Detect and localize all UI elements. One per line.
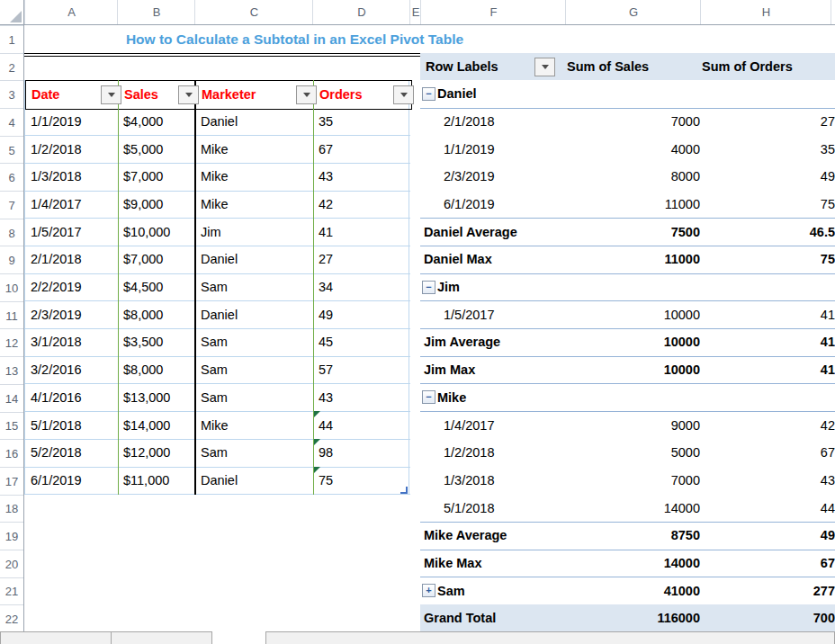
table-cell-sales[interactable]: $10,000 [118,218,201,246]
row-header-13[interactable]: 13 [0,356,23,385]
pivot-label-cell[interactable]: Daniel Max [420,246,569,273]
filter-dropdown-button[interactable] [101,85,121,104]
table-cell-orders[interactable]: 43 [313,163,416,191]
table-cell-orders[interactable]: 49 [313,300,416,328]
table-cell-marketer[interactable]: Daniel [195,300,319,328]
pivot-orders-cell[interactable]: 35 [700,135,835,163]
pivot-header-sum-of-sales[interactable]: Sum of Sales [567,53,649,80]
table-cell-sales[interactable]: $14,000 [118,411,201,439]
table-cell-marketer[interactable]: Sam [195,383,319,411]
pivot-orders-cell[interactable]: 75 [700,191,835,219]
pivot-label-cell[interactable]: Mike Max [420,550,569,577]
table-cell-sales[interactable]: $12,000 [118,439,201,467]
pivot-orders-cell[interactable] [700,383,835,411]
pivot-label-cell[interactable]: 1/3/2018 [420,467,588,495]
table-cell-marketer[interactable]: Sam [195,439,319,467]
table-cell-date[interactable]: 2/2/2019 [25,273,123,301]
row-header-12[interactable]: 12 [0,328,23,357]
table-cell-orders[interactable]: 41 [313,218,416,246]
row-header-18[interactable]: 18 [0,495,23,523]
pivot-label-cell[interactable]: Daniel Average [420,218,569,246]
table-cell-date[interactable]: 1/5/2017 [25,218,123,246]
column-header-C[interactable]: C [194,0,313,24]
row-header-2[interactable]: 2 [0,53,23,82]
table-cell-date[interactable]: 3/1/2018 [25,328,123,356]
page-title[interactable]: How to Calculate a Subtotal in an Excel … [24,25,565,57]
pivot-orders-cell[interactable]: 42 [700,411,835,439]
pivot-sales-cell[interactable]: 11000 [565,191,716,219]
table-cell-orders[interactable]: 98 [313,439,416,467]
pivot-sales-cell[interactable]: 9000 [565,411,716,439]
table-cell-orders[interactable]: 44 [313,411,416,439]
table-header-orders[interactable]: Orders [314,81,417,109]
row-header-15[interactable]: 15 [0,412,23,441]
table-cell-orders[interactable]: 27 [313,246,416,273]
pivot-filter-dropdown-button[interactable] [534,58,555,76]
table-cell-marketer[interactable]: Daniel [195,467,319,495]
pivot-sales-cell[interactable]: 10000 [565,300,716,328]
table-header-date[interactable]: Date [26,81,124,109]
table-cell-marketer[interactable]: Sam [195,356,319,384]
pivot-orders-cell[interactable]: 44 [700,494,835,522]
table-cell-date[interactable]: 5/1/2018 [25,411,123,439]
pivot-label-cell[interactable]: 1/4/2017 [420,411,588,439]
pivot-sales-cell[interactable]: 116000 [565,604,716,632]
table-cell-marketer[interactable]: Daniel [195,246,319,273]
pivot-sales-cell[interactable]: 5000 [565,439,716,467]
pivot-sales-cell[interactable]: 4000 [565,135,716,163]
pivot-orders-cell[interactable]: 49 [700,522,835,550]
table-cell-sales[interactable]: $4,000 [118,108,201,136]
table-cell-orders[interactable]: 67 [313,135,416,163]
table-cell-sales[interactable]: $8,000 [118,356,201,384]
pivot-header-sum-of-orders[interactable]: Sum of Orders [702,53,793,80]
row-header-8[interactable]: 8 [0,219,23,247]
row-header-19[interactable]: 19 [0,522,23,550]
pivot-label-cell[interactable]: Grand Total [420,604,569,632]
table-cell-marketer[interactable]: Daniel [195,108,319,136]
table-resize-handle[interactable] [400,487,408,494]
pivot-label-cell[interactable]: Jim Max [420,356,569,384]
table-cell-sales[interactable]: $7,000 [118,163,201,191]
table-cell-date[interactable]: 1/2/2018 [25,135,123,163]
table-cell-date[interactable]: 2/3/2019 [25,300,123,328]
table-cell-date[interactable]: 5/2/2018 [25,439,123,467]
pivot-label-cell[interactable]: 2/3/2019 [420,163,588,191]
column-header-B[interactable]: B [117,0,195,24]
pivot-orders-cell[interactable]: 43 [700,467,835,495]
filter-dropdown-button[interactable] [178,85,199,104]
pivot-label-cell[interactable]: Jim Average [420,328,569,356]
pivot-sales-cell[interactable] [565,80,716,108]
table-cell-date[interactable]: 4/1/2016 [25,383,123,411]
row-header-20[interactable]: 20 [0,550,23,578]
row-header-7[interactable]: 7 [0,191,23,219]
table-cell-orders[interactable]: 45 [313,328,416,356]
table-cell-sales[interactable]: $11,000 [118,467,201,495]
table-cell-orders[interactable]: 43 [313,383,416,411]
collapse-button[interactable]: − [422,390,435,404]
pivot-orders-cell[interactable]: 277 [700,577,835,604]
pivot-orders-cell[interactable]: 41 [700,300,835,328]
collapse-button[interactable]: − [422,281,435,294]
pivot-sales-cell[interactable]: 8750 [565,522,716,550]
filter-dropdown-button[interactable] [393,85,414,104]
pivot-label-cell[interactable]: +Sam [420,577,567,604]
table-cell-marketer[interactable]: Mike [195,411,319,439]
table-cell-sales[interactable]: $9,000 [118,191,201,219]
pivot-sales-cell[interactable]: 7500 [565,218,716,246]
pivot-sales-cell[interactable]: 10000 [565,356,716,384]
pivot-header-row-labels[interactable]: Row Labels [426,53,498,80]
pivot-sales-cell[interactable] [565,383,716,411]
column-header-A[interactable]: A [24,0,118,24]
pivot-label-cell[interactable]: −Jim [420,273,567,301]
table-cell-sales[interactable]: $3,500 [118,328,201,356]
pivot-orders-cell[interactable]: 41 [700,328,835,356]
table-cell-sales[interactable]: $13,000 [118,383,201,411]
select-all-corner[interactable] [0,0,24,25]
pivot-orders-cell[interactable]: 49 [700,163,835,191]
table-header-marketer[interactable]: Marketer [196,81,319,109]
pivot-label-cell[interactable]: −Mike [420,383,567,411]
pivot-sales-cell[interactable] [565,273,716,301]
row-header-9[interactable]: 9 [0,246,23,274]
row-header-14[interactable]: 14 [0,384,23,413]
pivot-label-cell[interactable]: 2/1/2018 [420,108,588,136]
